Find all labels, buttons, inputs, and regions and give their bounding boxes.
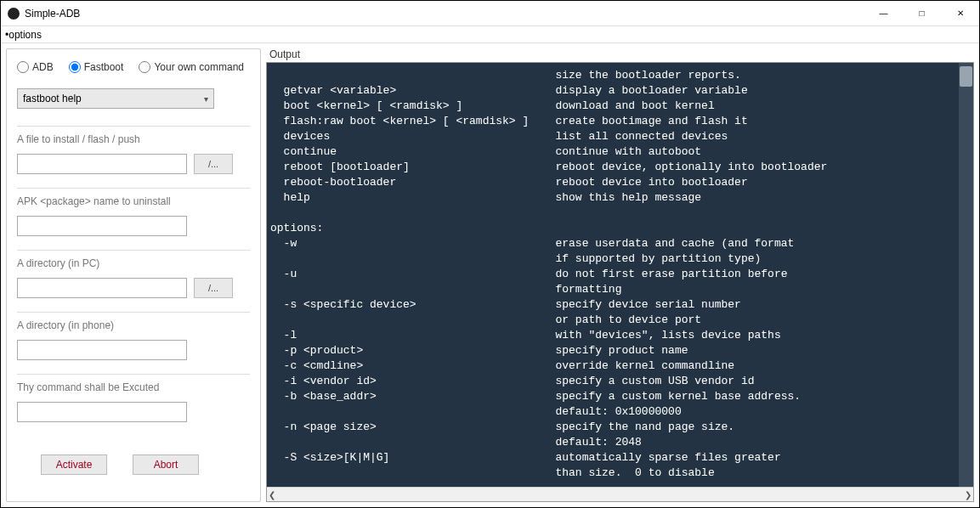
file-input[interactable]: [17, 154, 187, 174]
titlebar: Simple-ADB — □ ✕: [1, 1, 979, 26]
scrollbar-thumb[interactable]: [960, 66, 972, 87]
radio-own-input[interactable]: [139, 61, 150, 73]
command-combo[interactable]: fastboot help ▾: [17, 88, 214, 109]
close-button[interactable]: ✕: [941, 1, 979, 25]
group-cmd-label: Thy command shall be Excuted: [17, 381, 250, 393]
mode-radios: ADB Fastboot Your own command: [17, 61, 250, 73]
radio-adb-label: ADB: [32, 61, 54, 73]
minimize-button[interactable]: —: [864, 1, 903, 25]
radio-own-label: Your own command: [154, 61, 244, 73]
group-file: A file to install / flash / push /...: [17, 126, 250, 174]
group-apk: APK <package> name to uninstall: [17, 188, 250, 236]
content-area: ADB Fastboot Your own command fastboot h…: [1, 43, 979, 507]
dirphone-input[interactable]: [17, 340, 187, 360]
output-text: size the bootloader reports. getvar <var…: [270, 69, 827, 479]
maximize-button[interactable]: □: [903, 1, 941, 25]
radio-fastboot[interactable]: Fastboot: [69, 61, 124, 73]
cmd-input[interactable]: [17, 402, 187, 422]
group-dirpc-label: A directory (in PC): [17, 257, 250, 269]
radio-fastboot-input[interactable]: [69, 61, 81, 73]
output-label: Output: [266, 48, 974, 62]
group-dirphone-label: A directory (in phone): [17, 319, 250, 331]
group-apk-label: APK <package> name to uninstall: [17, 195, 250, 207]
abort-button[interactable]: Abort: [133, 454, 199, 475]
chevron-down-icon: ▾: [204, 94, 208, 104]
command-combo-value: fastboot help: [23, 93, 82, 104]
radio-own[interactable]: Your own command: [139, 61, 244, 73]
radio-adb-input[interactable]: [17, 61, 29, 73]
left-panel: ADB Fastboot Your own command fastboot h…: [6, 48, 261, 502]
apk-input[interactable]: [17, 216, 187, 236]
action-row: Activate Abort: [17, 454, 250, 475]
horizontal-scrollbar[interactable]: ❮ ❯: [267, 487, 973, 501]
radio-fastboot-label: Fastboot: [84, 61, 124, 73]
menu-options[interactable]: options: [5, 29, 42, 41]
dirpc-input[interactable]: [17, 278, 187, 298]
vertical-scrollbar[interactable]: [959, 63, 973, 487]
scroll-left-icon[interactable]: ❮: [269, 490, 275, 500]
dirpc-browse-button[interactable]: /...: [194, 278, 233, 298]
radio-adb[interactable]: ADB: [17, 61, 54, 73]
group-file-label: A file to install / flash / push: [17, 133, 250, 145]
file-browse-button[interactable]: /...: [194, 154, 233, 174]
activate-button[interactable]: Activate: [41, 454, 107, 475]
app-icon: [8, 8, 20, 20]
group-cmd: Thy command shall be Excuted: [17, 374, 250, 422]
terminal-container: size the bootloader reports. getvar <var…: [266, 62, 974, 502]
group-dirpc: A directory (in PC) /...: [17, 250, 250, 298]
window-title: Simple-ADB: [25, 8, 80, 20]
group-dirphone: A directory (in phone): [17, 312, 250, 360]
scroll-right-icon[interactable]: ❯: [965, 490, 972, 500]
right-panel: Output size the bootloader reports. getv…: [266, 48, 974, 502]
window-controls: — □ ✕: [864, 1, 979, 25]
output-terminal[interactable]: size the bootloader reports. getvar <var…: [267, 63, 973, 487]
menubar: options: [1, 26, 979, 43]
